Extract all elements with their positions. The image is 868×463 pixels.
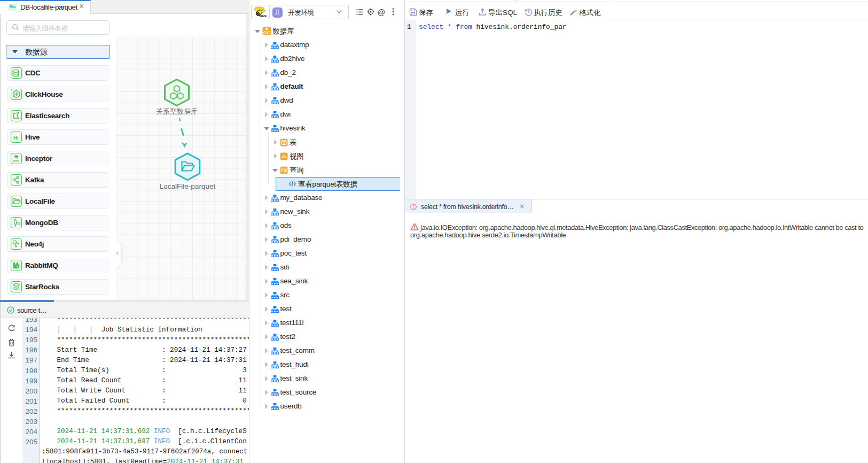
svg-text:Hi: Hi: [13, 135, 18, 141]
svg-text:DB: DB: [17, 222, 21, 225]
svg-text:C: C: [18, 74, 20, 77]
svg-text:HIVE: HIVE: [13, 160, 20, 163]
svg-text:HIVE: HIVE: [260, 14, 267, 18]
